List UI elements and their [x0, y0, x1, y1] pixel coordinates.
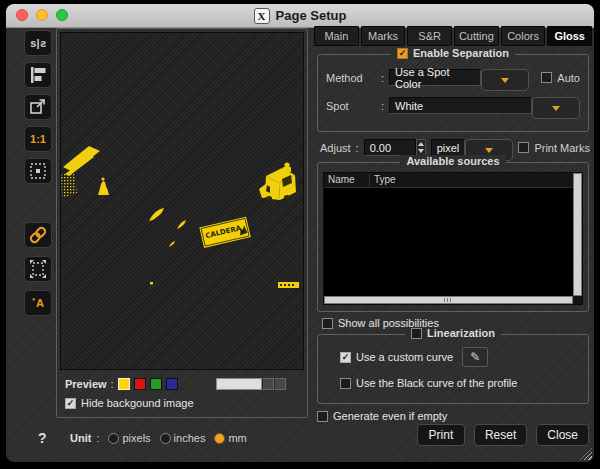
spot-label: Spot: [326, 100, 376, 112]
tab-cutting[interactable]: Cutting: [454, 26, 499, 46]
column-header-name[interactable]: Name: [324, 173, 370, 187]
annotate-tool-button[interactable]: *A: [24, 290, 52, 316]
spinner-up-icon: [418, 142, 424, 146]
mm-radio[interactable]: [214, 433, 225, 444]
column-header-type[interactable]: Type: [370, 173, 400, 187]
page-setup-window: X Page Setup s|s 1:1: [6, 4, 594, 462]
pixels-radio[interactable]: [108, 433, 119, 444]
method-value: Use a Spot Color: [389, 69, 481, 86]
open-external-tool-button[interactable]: [24, 94, 52, 120]
density-bar-dark-segment: [262, 378, 274, 390]
preview-panel: CALDERA: [56, 28, 308, 418]
available-sources-label: Available sources: [406, 155, 499, 167]
scrollbar-grip-icon: [444, 298, 453, 302]
hide-background-label: Hide backgound image: [81, 397, 194, 409]
unit-option-pixels[interactable]: pixels: [108, 432, 150, 444]
edit-curve-button[interactable]: ✎: [462, 347, 488, 367]
swatch-blue[interactable]: [166, 378, 178, 390]
bird-shape: [177, 220, 186, 229]
swatch-yellow[interactable]: [118, 378, 130, 390]
chevron-down-icon[interactable]: [481, 69, 529, 91]
dot-grid-shape: [61, 171, 77, 198]
preview-label: Preview: [65, 378, 107, 390]
x11-app-icon: X: [254, 8, 270, 24]
help-button[interactable]: ?: [38, 430, 47, 446]
method-row: Method : Use a Spot Color Auto: [326, 69, 580, 86]
spinner-arrows[interactable]: [416, 139, 426, 156]
link-icon: [26, 224, 50, 246]
auto-label: Auto: [557, 72, 580, 84]
method-label: Method: [326, 72, 376, 84]
adjust-label: Adjust: [320, 142, 351, 154]
enable-separation-checkbox[interactable]: [397, 48, 408, 59]
align-left-icon: [27, 65, 49, 85]
screen: { "ui": {"colon": ":"}, "window": {"titl…: [0, 0, 600, 469]
black-curve-label: Use the Black curve of the profile: [356, 377, 517, 389]
tab-colors[interactable]: Colors: [501, 26, 546, 46]
hide-background-checkbox[interactable]: [65, 398, 76, 409]
chevron-down-icon[interactable]: [532, 97, 580, 119]
vertical-scrollbar[interactable]: [573, 173, 582, 296]
auto-checkbox[interactable]: [541, 72, 552, 83]
black-curve-checkbox[interactable]: [340, 378, 351, 389]
swatch-green[interactable]: [150, 378, 162, 390]
tab-gloss[interactable]: Gloss: [547, 26, 592, 46]
resize-grip[interactable]: [580, 448, 592, 460]
mirror-tool-button[interactable]: s|s: [24, 30, 52, 56]
print-marks-checkbox[interactable]: [518, 142, 529, 153]
zoom-actual-size-button[interactable]: 1:1: [24, 126, 52, 152]
reset-button[interactable]: Reset: [474, 424, 527, 446]
available-sources-group: Available sources Name Type: [317, 162, 589, 312]
action-buttons: Print Reset Close: [417, 424, 589, 446]
tab-marks[interactable]: Marks: [361, 26, 406, 46]
unit-option-inches[interactable]: inches: [160, 432, 206, 444]
tab-sr[interactable]: S&R: [407, 26, 452, 46]
sources-table[interactable]: Name Type: [323, 172, 583, 305]
enable-separation-label: Enable Separation: [413, 47, 509, 59]
inches-label: inches: [174, 432, 206, 444]
scrollbar-corner: [573, 296, 582, 304]
selection-tool-button[interactable]: [24, 158, 52, 184]
print-button[interactable]: Print: [417, 424, 465, 446]
generate-empty-checkbox[interactable]: [317, 411, 328, 422]
linearization-checkbox[interactable]: [411, 328, 422, 339]
swatch-red[interactable]: [134, 378, 146, 390]
preview-density-bar[interactable]: [216, 378, 286, 390]
colon: :: [356, 142, 359, 154]
custom-curve-checkbox[interactable]: [340, 352, 351, 363]
preview-color-row: Preview :: [65, 377, 286, 391]
speck-shape: [150, 282, 153, 284]
preview-canvas[interactable]: CALDERA: [60, 32, 304, 370]
black-curve-row: Use the Black curve of the profile: [340, 377, 517, 389]
hide-background-row: Hide backgound image: [65, 397, 194, 409]
pencil-icon: ✎: [470, 350, 480, 364]
spot-dropdown[interactable]: White: [389, 97, 580, 114]
method-dropdown[interactable]: Use a Spot Color: [389, 69, 529, 86]
mm-label: mm: [228, 432, 246, 444]
unit-label: Unit: [70, 432, 91, 444]
inches-radio[interactable]: [160, 433, 171, 444]
close-button[interactable]: Close: [536, 424, 589, 446]
mirror-icon: s|s: [30, 37, 45, 49]
spot-row: Spot : White: [326, 97, 580, 114]
expand-tool-button[interactable]: [24, 256, 52, 282]
colon: :: [111, 378, 114, 390]
settings-tabs: Main Marks S&R Cutting Colors Gloss: [314, 26, 592, 46]
horizontal-scrollbar[interactable]: [324, 296, 573, 304]
spot-value: White: [389, 97, 532, 114]
bird-shape: [149, 208, 164, 221]
density-bar-dark-segment: [274, 378, 286, 390]
adjust-row: Adjust : 0.00 pixel Print Marks: [320, 139, 590, 156]
enable-separation-group: Enable Separation Method : Use a Spot Co…: [317, 54, 589, 132]
tab-main[interactable]: Main: [314, 26, 359, 46]
adjust-unit-value: pixel: [431, 139, 466, 156]
adjust-unit-dropdown[interactable]: pixel: [431, 139, 483, 156]
link-tool-button[interactable]: [24, 222, 52, 248]
adjust-spinner[interactable]: 0.00: [364, 139, 426, 156]
window-title: Page Setup: [276, 8, 347, 23]
unit-option-mm[interactable]: mm: [214, 432, 246, 444]
banner-shape: CALDERA: [199, 217, 250, 248]
figure-shape: [98, 181, 109, 195]
align-tool-button[interactable]: [24, 62, 52, 88]
title-area: X Page Setup: [6, 4, 594, 27]
